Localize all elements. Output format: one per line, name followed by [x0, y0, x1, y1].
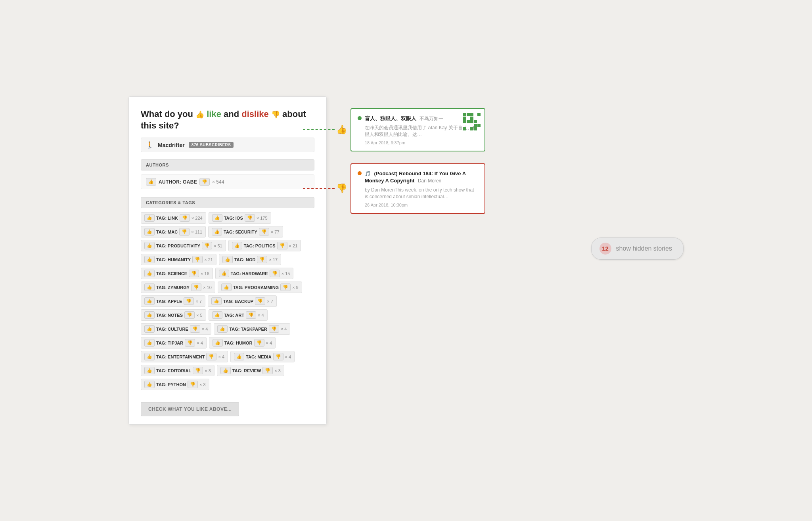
tag-like-button[interactable]: 👍: [144, 242, 155, 249]
tag-like-button[interactable]: 👍: [232, 242, 242, 249]
tag-dislike-button[interactable]: 👎: [269, 325, 279, 333]
qr-cell: [474, 124, 477, 127]
author-label: AUTHOR: GABE: [159, 179, 197, 185]
tag-item[interactable]: 👍TAG: TASKPAPER👎× 4: [214, 323, 290, 335]
tag-item[interactable]: 👍TAG: ENTERTAINMENT👎× 4: [141, 351, 228, 362]
tag-dislike-button[interactable]: 👎: [190, 325, 200, 333]
qr-cell: [467, 120, 470, 123]
tag-dislike-button[interactable]: 👎: [257, 256, 267, 263]
author-count: × 544: [212, 179, 224, 185]
tag-dislike-button[interactable]: 👎: [193, 367, 203, 374]
tag-like-button[interactable]: 👍: [211, 297, 222, 305]
tag-item[interactable]: 👍TAG: LINK👎× 224: [141, 212, 206, 224]
tag-dislike-button[interactable]: 👎: [273, 353, 283, 360]
tag-item[interactable]: 👍TAG: IOS👎× 175: [209, 212, 271, 224]
show-hidden-button[interactable]: 12 show hidden stories: [591, 238, 684, 260]
authors-section: AUTHORS 👍 AUTHOR: GABE 👎 × 544: [141, 159, 314, 189]
check-button[interactable]: CHECK WHAT YOU LIKE ABOVE...: [141, 402, 239, 416]
tag-like-button[interactable]: 👍: [212, 228, 222, 236]
tag-item[interactable]: 👍TAG: PROGRAMMING👎× 9: [218, 282, 302, 293]
tag-like-button[interactable]: 👍: [144, 367, 155, 374]
tag-dislike-button[interactable]: 👎: [270, 270, 280, 277]
tag-dislike-button[interactable]: 👎: [254, 339, 264, 347]
tag-item[interactable]: 👍TAG: MAC👎× 111: [141, 226, 206, 238]
tag-label: TAG: IOS: [224, 216, 243, 220]
tag-item[interactable]: 👍TAG: APPLE👎× 7: [141, 295, 205, 307]
qr-cell: [463, 127, 466, 130]
tag-dislike-button[interactable]: 👎: [185, 339, 195, 347]
tag-dislike-button[interactable]: 👎: [189, 270, 199, 277]
tag-item[interactable]: 👍TAG: HUMANITY👎× 21: [141, 254, 216, 265]
tag-dislike-button[interactable]: 👎: [277, 242, 287, 249]
tag-dislike-button[interactable]: 👎: [191, 283, 201, 291]
tag-dislike-button[interactable]: 👎: [246, 311, 256, 319]
tag-like-button[interactable]: 👍: [212, 214, 222, 222]
tag-item[interactable]: 👍TAG: BACKUP👎× 7: [208, 295, 277, 307]
tag-like-button[interactable]: 👍: [144, 256, 155, 263]
tag-like-button[interactable]: 👍: [144, 270, 155, 277]
tag-item[interactable]: 👍TAG: TIPJAR👎× 4: [141, 337, 207, 349]
tag-dislike-button[interactable]: 👎: [179, 228, 190, 236]
tag-dislike-button[interactable]: 👎: [206, 353, 216, 360]
tag-like-button[interactable]: 👍: [144, 325, 155, 333]
tag-like-button[interactable]: 👍: [221, 283, 232, 291]
qr-cell: [477, 117, 481, 120]
tag-item[interactable]: 👍TAG: SECURITY👎× 77: [208, 226, 283, 238]
tag-like-button[interactable]: 👍: [222, 256, 233, 263]
tag-dislike-button[interactable]: 👎: [192, 256, 203, 263]
tag-count: × 16: [201, 271, 209, 276]
tag-count: × 9: [292, 285, 299, 290]
tag-item[interactable]: 👍TAG: PRODUCTIVITY👎× 51: [141, 240, 226, 251]
tag-item[interactable]: 👍TAG: SCIENCE👎× 16: [141, 268, 213, 279]
tag-label: TAG: NOTES: [156, 313, 183, 318]
tag-label: TAG: SECURITY: [224, 230, 257, 234]
tag-item[interactable]: 👍TAG: ART👎× 4: [209, 309, 268, 321]
tag-like-button[interactable]: 👍: [144, 381, 155, 388]
tag-item[interactable]: 👍TAG: ZYMURGY👎× 10: [141, 282, 215, 293]
tag-count: × 4: [285, 354, 291, 359]
tag-item[interactable]: 👍TAG: NOD👎× 17: [219, 254, 281, 265]
tag-like-button[interactable]: 👍: [144, 283, 155, 291]
subscribers-badge: 876 SUBSCRIBERS: [189, 142, 234, 148]
author-like-button[interactable]: 👍: [146, 178, 156, 186]
tag-like-button[interactable]: 👍: [144, 339, 155, 347]
tag-dislike-button[interactable]: 👎: [202, 242, 212, 249]
tag-count: × 7: [195, 299, 202, 304]
tag-item[interactable]: 👍TAG: PYTHON👎× 3: [141, 379, 209, 390]
tag-like-button[interactable]: 👍: [144, 353, 155, 360]
tag-like-button[interactable]: 👍: [213, 339, 223, 347]
disliked-thumb-indicator: 👎: [336, 183, 347, 193]
tag-dislike-button[interactable]: 👎: [262, 367, 273, 374]
tag-dislike-button[interactable]: 👎: [255, 297, 265, 305]
tag-item[interactable]: 👍TAG: MEDIA👎× 4: [230, 351, 295, 362]
tag-like-button[interactable]: 👍: [144, 297, 155, 305]
qr-cell: [467, 124, 470, 127]
tag-dislike-button[interactable]: 👎: [188, 381, 198, 388]
tag-like-button[interactable]: 👍: [212, 311, 222, 319]
tag-like-button[interactable]: 👍: [217, 325, 228, 333]
tag-like-button[interactable]: 👍: [144, 214, 155, 222]
disliked-card-wrapper: 👎 🎵 (Podcast) Rebound 184: If You Give A…: [350, 163, 684, 214]
tag-dislike-button[interactable]: 👎: [280, 283, 291, 291]
tag-dislike-button[interactable]: 👎: [259, 228, 269, 236]
author-dislike-button[interactable]: 👎: [199, 178, 210, 186]
tag-like-button[interactable]: 👍: [219, 270, 229, 277]
tag-dislike-button[interactable]: 👎: [184, 311, 195, 319]
tag-dislike-button[interactable]: 👎: [245, 214, 255, 222]
tag-dislike-button[interactable]: 👎: [184, 297, 194, 305]
tag-like-button[interactable]: 👍: [144, 311, 155, 319]
tag-item[interactable]: 👍TAG: POLITICS👎× 21: [228, 240, 301, 251]
tag-like-button[interactable]: 👍: [234, 353, 244, 360]
tag-dislike-button[interactable]: 👎: [180, 214, 190, 222]
tag-item[interactable]: 👍TAG: HARDWARE👎× 15: [215, 268, 294, 279]
tag-item[interactable]: 👍TAG: REVIEW👎× 3: [217, 365, 284, 376]
tag-item[interactable]: 👍TAG: CULTURE👎× 4: [141, 323, 211, 335]
tag-item[interactable]: 👍TAG: EDITORIAL👎× 3: [141, 365, 214, 376]
tag-like-button[interactable]: 👍: [144, 228, 155, 236]
tag-item[interactable]: 👍TAG: NOTES👎× 5: [141, 309, 206, 321]
tag-item[interactable]: 👍TAG: HUMOR👎× 4: [209, 337, 276, 349]
qr-cell: [470, 117, 473, 120]
left-panel: What do you 👍 like and dislike 👎 about t…: [128, 96, 327, 425]
tag-like-button[interactable]: 👍: [220, 367, 231, 374]
liked-story-date: 18 Apr 2018, 6:37pm: [358, 140, 478, 145]
